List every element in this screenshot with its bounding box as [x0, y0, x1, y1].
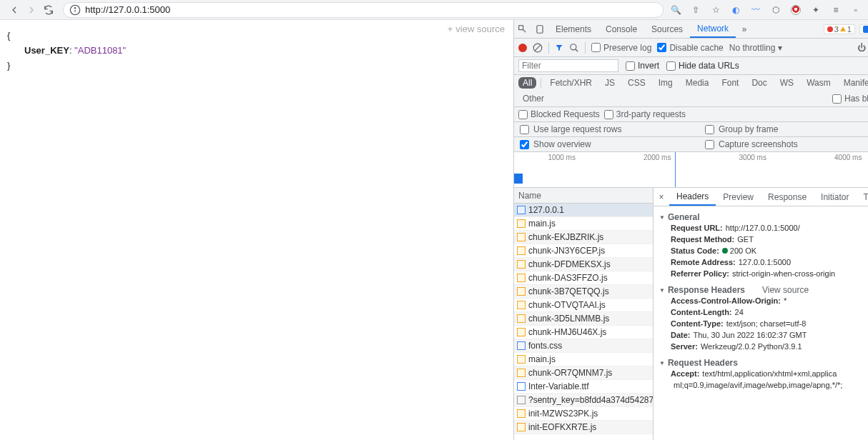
thirdparty-checkbox[interactable]: 3rd-party requests	[604, 109, 686, 119]
network-row[interactable]: chunk-DAS3FFZO.js	[514, 271, 653, 285]
network-row[interactable]: chunk-JN3Y6CEP.js	[514, 244, 653, 258]
invert-checkbox[interactable]: Invert	[626, 61, 659, 71]
device-toggle-icon[interactable]	[531, 21, 548, 38]
section-header[interactable]: General	[659, 212, 868, 222]
filter-input[interactable]	[518, 59, 618, 72]
network-row[interactable]: ?sentry_key=b8fdd4a374d542879	[514, 394, 653, 407]
network-row[interactable]: chunk-HMJ6U46X.js	[514, 326, 653, 339]
more-tabs-icon[interactable]: »	[736, 21, 753, 38]
tab-console[interactable]: Console	[598, 20, 644, 38]
page-content: +view source { User_KEY: "ADB11081" }	[0, 20, 513, 440]
header-item: Referrer Policy:strict-origin-when-cross…	[659, 268, 868, 279]
type-doc[interactable]: Doc	[747, 77, 771, 89]
js-file-icon	[517, 219, 526, 228]
header-item: Status Code:200 OK	[659, 245, 868, 256]
devices-icon[interactable]: ▫	[849, 4, 862, 16]
search-icon[interactable]	[569, 43, 579, 53]
js-file-icon	[517, 355, 526, 364]
js-file-icon	[517, 423, 526, 431]
wifi-icon[interactable]: ⏻	[857, 43, 866, 53]
show-overview-checkbox[interactable]: Show overview	[520, 139, 705, 149]
reload-button[interactable]	[40, 1, 57, 19]
network-row[interactable]: chunk-3D5LNMMB.js	[514, 312, 653, 326]
group-frame-checkbox[interactable]: Group by frame	[705, 124, 868, 134]
network-row[interactable]: chunk-OTVQTAAI.js	[514, 299, 653, 312]
network-row[interactable]: chunk-DFDMEKSX.js	[514, 258, 653, 271]
has-blocked-checkbox[interactable]: Has blocked	[832, 94, 868, 104]
network-row[interactable]: chunk-OR7QMNM7.js	[514, 366, 653, 380]
network-row[interactable]: init-EOFKXR7E.js	[514, 421, 653, 434]
tab-sources[interactable]: Sources	[644, 20, 690, 38]
other-file-icon	[517, 396, 526, 404]
detail-tab-preview[interactable]: Preview	[716, 188, 761, 206]
capture-screenshots-checkbox[interactable]: Capture screenshots	[705, 139, 868, 149]
type-img[interactable]: Img	[654, 77, 677, 89]
type-fetchxhr[interactable]: Fetch/XHR	[546, 77, 596, 89]
type-css[interactable]: CSS	[623, 77, 650, 89]
type-manifest[interactable]: Manifest	[839, 77, 868, 89]
network-row[interactable]: fonts.css	[514, 339, 653, 353]
tab-elements[interactable]: Elements	[548, 20, 598, 38]
clear-button[interactable]	[533, 43, 543, 53]
detail-tab-response[interactable]: Response	[761, 188, 814, 206]
header-item: Access-Control-Allow-Origin:*	[659, 295, 868, 306]
detail-tab-initiator[interactable]: Initiator	[814, 188, 856, 206]
network-row[interactable]: main.js	[514, 353, 653, 366]
filter-icon[interactable]	[555, 44, 563, 52]
tab-network[interactable]: Network	[690, 20, 736, 38]
detail-tab-headers[interactable]: Headers	[669, 188, 716, 206]
svg-line-8	[576, 49, 578, 51]
shield-icon[interactable]: ⬡	[769, 4, 782, 16]
error-badge[interactable]: 3 1	[824, 24, 855, 34]
url-bar[interactable]: http://127.0.0.1:5000	[63, 2, 664, 18]
js-file-icon	[517, 369, 526, 377]
record-button[interactable]	[518, 44, 527, 52]
type-wasm[interactable]: Wasm	[802, 77, 835, 89]
type-media[interactable]: Media	[681, 77, 714, 89]
blocked-requests-checkbox[interactable]: Blocked Requests	[518, 109, 600, 119]
type-js[interactable]: JS	[601, 77, 619, 89]
puzzle-icon[interactable]: ✦	[809, 4, 822, 16]
ball-icon[interactable]	[789, 4, 802, 16]
hide-data-urls-checkbox[interactable]: Hide data URLs	[666, 61, 739, 71]
view-source-link[interactable]: View source	[762, 285, 809, 295]
header-item: Request URL:http://127.0.0.1:5000/	[659, 222, 868, 234]
playlist-icon[interactable]: ≡	[829, 4, 842, 16]
type-other[interactable]: Other	[518, 93, 548, 104]
type-all[interactable]: All	[518, 77, 536, 89]
network-row[interactable]: chunk-EKJBZRIK.js	[514, 231, 653, 244]
header-item: Server:Werkzeug/2.0.2 Python/3.9.1	[659, 341, 868, 352]
view-source-toggle[interactable]: +view source	[448, 22, 505, 37]
throttling-select[interactable]: No throttling ▾	[729, 43, 782, 53]
network-timeline[interactable]: 1000 ms2000 ms3000 ms4000 ms	[514, 152, 868, 188]
large-rows-checkbox[interactable]: Use large request rows	[520, 124, 705, 134]
share-icon[interactable]: ⇧	[689, 4, 702, 16]
type-ws[interactable]: WS	[776, 77, 798, 89]
header-item: Remote Address:127.0.0.1:5000	[659, 256, 868, 268]
network-row[interactable]: main.js	[514, 217, 653, 231]
zoom-icon[interactable]: 🔍	[669, 4, 682, 16]
network-row[interactable]: chunk-3B7QETQQ.js	[514, 285, 653, 299]
star-icon[interactable]: ☆	[709, 4, 722, 16]
network-row[interactable]: 127.0.0.1	[514, 204, 653, 217]
info-icon	[69, 4, 81, 16]
network-row[interactable]: Inter-Variable.ttf	[514, 380, 653, 394]
disable-cache-checkbox[interactable]: Disable cache	[657, 43, 723, 53]
ext2-icon[interactable]: 〰	[749, 4, 762, 16]
ext1-icon[interactable]: ◐	[729, 4, 742, 16]
back-button[interactable]	[6, 1, 23, 19]
devtools-panel: ElementsConsoleSourcesNetwork » 3 1 1 ⚙ …	[513, 20, 868, 440]
message-badge[interactable]: 1	[859, 24, 868, 34]
forward-button[interactable]	[23, 1, 40, 19]
detail-tab-timing[interactable]: Timing	[856, 188, 868, 206]
section-header[interactable]: Request Headers	[659, 358, 868, 368]
close-detail-button[interactable]: ×	[654, 192, 669, 202]
header-item: Content-Length:24	[659, 306, 868, 318]
type-font[interactable]: Font	[717, 77, 743, 89]
preserve-log-checkbox[interactable]: Preserve log	[591, 43, 651, 53]
section-header[interactable]: Response HeadersView source	[659, 285, 868, 295]
name-column-header[interactable]: Name	[514, 188, 653, 204]
inspect-icon[interactable]	[514, 21, 531, 38]
svg-rect-4	[537, 25, 543, 33]
network-row[interactable]: init-MZWS23PK.js	[514, 407, 653, 421]
